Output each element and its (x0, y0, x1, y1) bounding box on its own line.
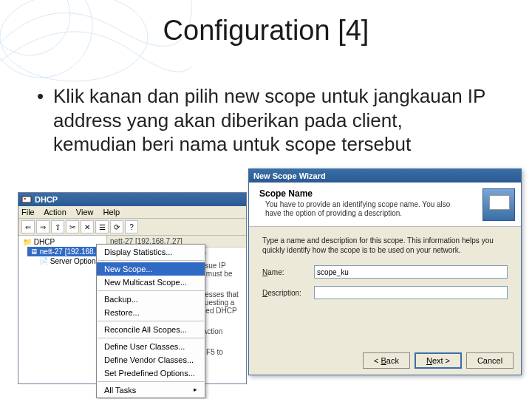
toolbar-forward-icon[interactable]: ⇒ (36, 220, 50, 233)
cm-separator (98, 381, 204, 382)
cm-separator (98, 290, 204, 291)
wizard-titlebar: New Scope Wizard (249, 169, 521, 183)
wizard-body: Type a name and description for this sco… (249, 227, 521, 316)
cm-new-multicast-scope[interactable]: New Multicast Scope... (97, 276, 205, 289)
back-button[interactable]: < Back (363, 352, 410, 369)
bullet-icon: • (37, 84, 53, 157)
toolbar-help-icon[interactable]: ? (125, 220, 138, 233)
cm-backup[interactable]: Backup... (97, 293, 205, 306)
new-scope-wizard: New Scope Wizard Scope Name You have to … (248, 168, 522, 375)
cancel-button[interactable]: Cancel (466, 352, 514, 369)
svg-rect-4 (24, 198, 26, 200)
dhcp-menubar[interactable]: File Action View Help (18, 206, 246, 219)
cm-new-scope[interactable]: New Scope... (97, 262, 205, 276)
menu-file[interactable]: File (21, 208, 35, 216)
menu-view[interactable]: View (76, 208, 94, 216)
tree-root[interactable]: 📁 DHCP (20, 237, 105, 247)
toolbar-up-icon[interactable]: ⇧ (51, 220, 64, 233)
dhcp-toolbar: ⇐ ⇒ ⇧ ✂ ✕ ☰ ⟳ ? (18, 219, 246, 236)
dhcp-titlebar: DHCP (18, 193, 246, 206)
name-label: Name: (262, 268, 314, 276)
wizard-header: Scope Name You have to provide an identi… (249, 183, 521, 227)
toolbar-refresh-icon[interactable]: ⟳ (110, 220, 123, 233)
name-input[interactable] (314, 265, 508, 279)
wizard-instruction: Type a name and description for this sco… (262, 236, 508, 255)
tree-server-options[interactable]: 📄 Server Options (36, 256, 105, 266)
svg-rect-3 (22, 197, 31, 202)
cm-restore[interactable]: Restore... (97, 306, 205, 319)
cm-reconcile-all-scopes[interactable]: Reconcile All Scopes... (97, 323, 205, 336)
wizard-header-title: Scope Name (259, 188, 514, 199)
wizard-button-row: < Back Next > Cancel (363, 352, 514, 369)
toolbar-delete-icon[interactable]: ✕ (81, 220, 94, 233)
toolbar-properties-icon[interactable]: ☰ (95, 220, 109, 233)
wizard-banner-icon (482, 188, 515, 221)
context-menu[interactable]: Display Statistics... New Scope... New M… (96, 244, 205, 398)
bullet-text: Klik kanan dan pilih new scope untuk jan… (53, 84, 488, 157)
slide-body: • Klik kanan dan pilih new scope untuk j… (37, 84, 488, 157)
menu-help[interactable]: Help (103, 208, 120, 216)
dhcp-tree[interactable]: 📁 DHCP 🖥 nett-27 [192.168.7.27] 📄 Server… (18, 236, 107, 383)
cm-separator (98, 338, 204, 338)
menu-action[interactable]: Action (44, 208, 66, 216)
cm-display-statistics[interactable]: Display Statistics... (97, 245, 205, 259)
toolbar-back-icon[interactable]: ⇐ (21, 220, 35, 233)
cm-separator (98, 321, 204, 321)
tree-server[interactable]: 🖥 nett-27 [192.168.7.27] (27, 247, 105, 256)
cm-separator (98, 260, 204, 261)
cm-define-vendor-classes[interactable]: Define Vendor Classes... (97, 353, 205, 366)
dhcp-window-title: DHCP (35, 195, 58, 204)
wizard-header-subtitle: You have to provide an identifying scope… (259, 200, 459, 218)
slide-title: Configuration [4] (0, 15, 532, 47)
description-input[interactable] (314, 286, 508, 299)
toolbar-cut-icon[interactable]: ✂ (66, 220, 79, 233)
next-button[interactable]: Next > (415, 352, 462, 369)
cm-all-tasks[interactable]: All Tasks (97, 383, 205, 397)
description-label: Description: (262, 289, 314, 297)
dhcp-icon (21, 194, 32, 205)
cm-define-user-classes[interactable]: Define User Classes... (97, 340, 205, 353)
cm-set-predefined-options[interactable]: Set Predefined Options... (97, 366, 205, 380)
